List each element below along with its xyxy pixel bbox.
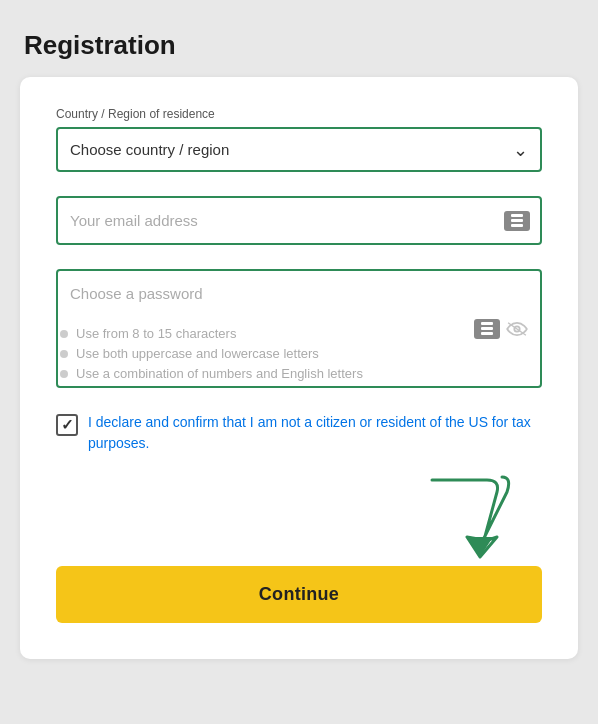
country-label: Country / Region of residence	[56, 107, 542, 121]
hint-item-3: Use a combination of numbers and English…	[60, 366, 540, 381]
toggle-password-icon[interactable]	[504, 319, 530, 339]
declaration-text: I declare and confirm that I am not a ci…	[88, 412, 542, 454]
email-input-wrapper	[56, 196, 542, 245]
hint-item-2: Use both uppercase and lowercase letters	[60, 346, 540, 361]
arrow-icon	[422, 472, 522, 562]
hint-dot-1	[60, 330, 68, 338]
password-field-group: Use from 8 to 15 characters Use both upp…	[56, 269, 542, 388]
password-input[interactable]	[58, 271, 540, 316]
email-icons	[504, 211, 530, 231]
page-title: Registration	[0, 20, 598, 77]
country-field-group: Country / Region of residence Choose cou…	[56, 107, 542, 172]
email-menu-icon[interactable]	[504, 211, 530, 231]
hint-item-1: Use from 8 to 15 characters	[60, 326, 540, 341]
hint-dot-3	[60, 370, 68, 378]
password-input-wrapper: Use from 8 to 15 characters Use both upp…	[56, 269, 542, 388]
email-input[interactable]	[58, 198, 540, 243]
email-field-group	[56, 196, 542, 245]
registration-card: Country / Region of residence Choose cou…	[20, 77, 578, 659]
country-select[interactable]: Choose country / region United States Un…	[58, 129, 540, 170]
password-hints: Use from 8 to 15 characters Use both upp…	[58, 326, 540, 381]
hint-dot-2	[60, 350, 68, 358]
continue-button[interactable]: Continue	[56, 566, 542, 623]
arrow-container	[56, 482, 542, 562]
declaration-checkbox[interactable]: ✓	[56, 414, 78, 436]
declaration-checkbox-row: ✓ I declare and confirm that I am not a …	[56, 412, 542, 454]
password-icons	[474, 319, 530, 339]
checkmark-icon: ✓	[61, 416, 74, 434]
country-select-wrapper: Choose country / region United States Un…	[56, 127, 542, 172]
password-menu-icon[interactable]	[474, 319, 500, 339]
